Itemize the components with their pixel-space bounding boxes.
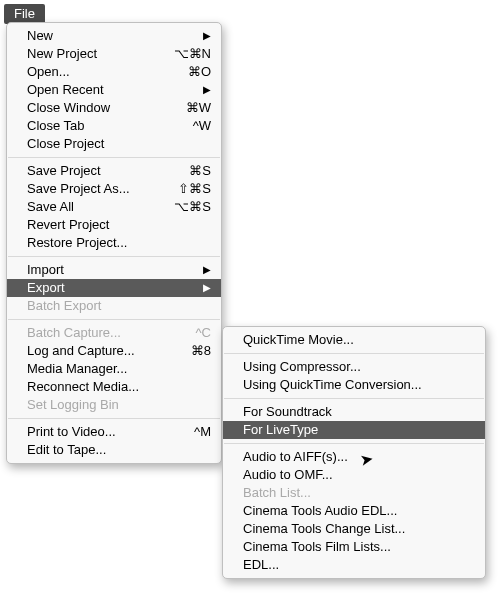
menu-label: EDL... — [243, 556, 475, 574]
menu-item-save-all[interactable]: Save All ⌥⌘S — [7, 198, 221, 216]
menu-label: Save Project — [27, 162, 161, 180]
menu-label: For LiveType — [243, 421, 475, 439]
menu-label: Edit to Tape... — [27, 441, 211, 459]
menu-label: Close Tab — [27, 117, 161, 135]
menu-label: Cinema Tools Change List... — [243, 520, 475, 538]
menu-label: Batch List... — [243, 484, 475, 502]
menu-item-using-qt-conversion[interactable]: Using QuickTime Conversion... — [223, 376, 485, 394]
menu-shortcut: ⌥⌘S — [171, 198, 211, 216]
menu-label: New — [27, 27, 193, 45]
menu-item-revert-project[interactable]: Revert Project — [7, 216, 221, 234]
menu-label: Revert Project — [27, 216, 211, 234]
menu-label: QuickTime Movie... — [243, 331, 475, 349]
menu-item-close-project[interactable]: Close Project — [7, 135, 221, 153]
menu-item-new[interactable]: New ▶ — [7, 27, 221, 45]
menu-separator — [224, 443, 484, 444]
menu-shortcut: ⌘O — [171, 63, 211, 81]
menu-item-cinema-change-list[interactable]: Cinema Tools Change List... — [223, 520, 485, 538]
menu-item-using-compressor[interactable]: Using Compressor... — [223, 358, 485, 376]
menu-separator — [8, 256, 220, 257]
menu-separator — [8, 319, 220, 320]
menu-label: Batch Capture... — [27, 324, 161, 342]
menu-item-cinema-audio-edl[interactable]: Cinema Tools Audio EDL... — [223, 502, 485, 520]
menu-item-batch-capture: Batch Capture... ^C — [7, 324, 221, 342]
menu-label: Audio to OMF... — [243, 466, 475, 484]
menu-shortcut: ⌘W — [171, 99, 211, 117]
menu-shortcut: ^C — [171, 324, 211, 342]
submenu-arrow-icon: ▶ — [203, 27, 211, 45]
menu-label: Print to Video... — [27, 423, 161, 441]
menu-item-audio-to-omf[interactable]: Audio to OMF... — [223, 466, 485, 484]
submenu-arrow-icon: ▶ — [203, 261, 211, 279]
menu-separator — [224, 353, 484, 354]
menu-item-import[interactable]: Import ▶ — [7, 261, 221, 279]
menu-shortcut: ⌥⌘N — [171, 45, 211, 63]
menu-label: Using Compressor... — [243, 358, 475, 376]
menu-label: Export — [27, 279, 193, 297]
menu-label: New Project — [27, 45, 161, 63]
menu-shortcut: ^M — [171, 423, 211, 441]
menu-label: Using QuickTime Conversion... — [243, 376, 475, 394]
menu-label: Save Project As... — [27, 180, 161, 198]
menu-item-audio-to-aiff[interactable]: Audio to AIFF(s)... — [223, 448, 485, 466]
menu-label: Save All — [27, 198, 161, 216]
export-submenu: QuickTime Movie... Using Compressor... U… — [222, 326, 486, 579]
menu-item-for-livetype[interactable]: For LiveType — [223, 421, 485, 439]
menu-separator — [8, 157, 220, 158]
menu-label: Set Logging Bin — [27, 396, 211, 414]
submenu-arrow-icon: ▶ — [203, 81, 211, 99]
menu-label: For Soundtrack — [243, 403, 475, 421]
menu-label: Reconnect Media... — [27, 378, 211, 396]
menu-label: Audio to AIFF(s)... — [243, 448, 475, 466]
menu-item-quicktime-movie[interactable]: QuickTime Movie... — [223, 331, 485, 349]
menu-label: Restore Project... — [27, 234, 211, 252]
file-menu: New ▶ New Project ⌥⌘N Open... ⌘O Open Re… — [6, 22, 222, 464]
menu-label: Batch Export — [27, 297, 211, 315]
menu-item-media-manager[interactable]: Media Manager... — [7, 360, 221, 378]
menu-item-export[interactable]: Export ▶ — [7, 279, 221, 297]
menu-shortcut: ⌘S — [171, 162, 211, 180]
menu-label: Open Recent — [27, 81, 193, 99]
menu-item-restore-project[interactable]: Restore Project... — [7, 234, 221, 252]
menu-item-print-to-video[interactable]: Print to Video... ^M — [7, 423, 221, 441]
menu-label: Log and Capture... — [27, 342, 161, 360]
menu-item-new-project[interactable]: New Project ⌥⌘N — [7, 45, 221, 63]
menu-label: Open... — [27, 63, 161, 81]
menu-separator — [224, 398, 484, 399]
menu-label: Import — [27, 261, 193, 279]
menu-label: Cinema Tools Film Lists... — [243, 538, 475, 556]
menu-label: Close Window — [27, 99, 161, 117]
menu-item-save-project[interactable]: Save Project ⌘S — [7, 162, 221, 180]
menu-item-close-tab[interactable]: Close Tab ^W — [7, 117, 221, 135]
menu-item-set-logging-bin: Set Logging Bin — [7, 396, 221, 414]
menu-item-edit-to-tape[interactable]: Edit to Tape... — [7, 441, 221, 459]
file-menu-title[interactable]: File — [4, 4, 45, 24]
menu-item-batch-export: Batch Export — [7, 297, 221, 315]
menu-item-cinema-film-lists[interactable]: Cinema Tools Film Lists... — [223, 538, 485, 556]
menu-item-open-recent[interactable]: Open Recent ▶ — [7, 81, 221, 99]
menu-item-open[interactable]: Open... ⌘O — [7, 63, 221, 81]
menu-shortcut: ^W — [171, 117, 211, 135]
menu-label: Close Project — [27, 135, 211, 153]
menu-separator — [8, 418, 220, 419]
menu-label: Cinema Tools Audio EDL... — [243, 502, 475, 520]
menu-item-reconnect-media[interactable]: Reconnect Media... — [7, 378, 221, 396]
menu-item-edl[interactable]: EDL... — [223, 556, 485, 574]
menu-label: Media Manager... — [27, 360, 211, 378]
menu-item-for-soundtrack[interactable]: For Soundtrack — [223, 403, 485, 421]
menu-item-save-project-as[interactable]: Save Project As... ⇧⌘S — [7, 180, 221, 198]
menu-item-close-window[interactable]: Close Window ⌘W — [7, 99, 221, 117]
menu-shortcut: ⌘8 — [171, 342, 211, 360]
menu-item-log-and-capture[interactable]: Log and Capture... ⌘8 — [7, 342, 221, 360]
menu-item-batch-list: Batch List... — [223, 484, 485, 502]
menu-shortcut: ⇧⌘S — [171, 180, 211, 198]
submenu-arrow-icon: ▶ — [203, 279, 211, 297]
